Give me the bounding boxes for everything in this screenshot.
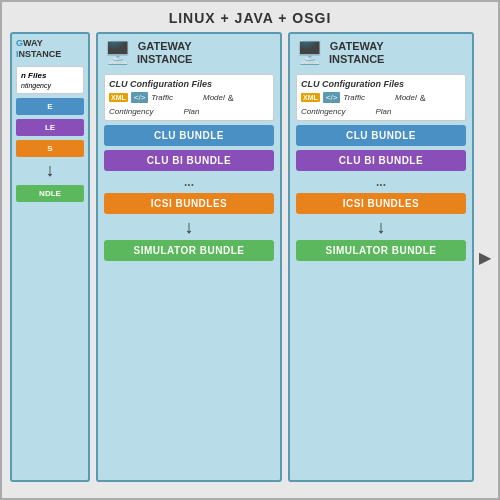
gw1-code-icon: </> — [131, 92, 149, 103]
partial-config-box: n Files ntingency — [16, 66, 84, 94]
gw2-config-title: CLU Configuration Files — [301, 79, 461, 89]
gw2-arrow: ↓ — [296, 218, 466, 236]
partial-le-bundle: LE — [16, 119, 84, 136]
gw1-ampersand: & — [228, 93, 234, 103]
gw1-config-title: CLU Configuration Files — [109, 79, 269, 89]
outer-container: LINUX + JAVA + OSGI GWAY INSTANCE n File… — [0, 0, 500, 500]
gw2-model-label: Model — [395, 93, 417, 102]
gateway-partial: GWAY INSTANCE n Files ntingency E LE S ↓… — [10, 32, 90, 482]
gw2-clu-bi-bundle: CLU BI BUNDLE — [296, 150, 466, 171]
partial-gateway-title: GWAY INSTANCE — [16, 38, 61, 60]
gw1-config-files-row: XML </> Traffic Model & Contingency Plan — [109, 92, 269, 116]
gw2-code-icon: </> — [323, 92, 341, 103]
gw1-clu-bundle: CLU BUNDLE — [104, 125, 274, 146]
linux-label: LINUX + JAVA + OSGI — [10, 10, 490, 26]
gw2-traffic-label: Traffic — [343, 93, 365, 102]
partial-arrow: ↓ — [16, 161, 84, 179]
partial-s-bundle: S — [16, 140, 84, 157]
gw2-computer-icon: 🖥️ — [296, 40, 323, 66]
gw1-dots: ... — [104, 175, 274, 189]
gw2-contingency-label: Contingency — [301, 107, 345, 116]
gw2-ampersand: & — [420, 93, 426, 103]
gw1-header: 🖥️ GATEWAY INSTANCE — [104, 40, 274, 66]
gw1-config-box: CLU Configuration Files XML </> Traffic … — [104, 74, 274, 121]
gw1-icsi-bundle: ICSI BUNDLES — [104, 193, 274, 214]
gw2-xml-icon: XML — [301, 93, 320, 102]
gw1-model-label: Model — [203, 93, 225, 102]
partial-e-bundle: E — [16, 98, 84, 115]
gw2-clu-bundle: CLU BUNDLE — [296, 125, 466, 146]
gw1-computer-icon: 🖥️ — [104, 40, 131, 66]
gw1-simulator-bundle: SIMULATOR BUNDLE — [104, 240, 274, 261]
gateway-instance-2: 🖥️ GATEWAY INSTANCE CLU Configuration Fi… — [288, 32, 474, 482]
gw1-xml-icon: XML — [109, 93, 128, 102]
partial-ndle-bundle: NDLE — [16, 185, 84, 202]
right-arrow-icon: ▶ — [479, 248, 491, 267]
gw2-icsi-bundle: ICSI BUNDLES — [296, 193, 466, 214]
gw2-simulator-bundle: SIMULATOR BUNDLE — [296, 240, 466, 261]
gw1-title: GATEWAY INSTANCE — [137, 40, 192, 66]
gw2-config-box: CLU Configuration Files XML </> Traffic … — [296, 74, 466, 121]
gw2-dots: ... — [296, 175, 466, 189]
gw2-title: GATEWAY INSTANCE — [329, 40, 384, 66]
gw1-arrow: ↓ — [104, 218, 274, 236]
gw2-header: 🖥️ GATEWAY INSTANCE — [296, 40, 466, 66]
right-edge: ▶ — [480, 32, 490, 482]
gw1-clu-bi-bundle: CLU BI BUNDLE — [104, 150, 274, 171]
gw1-contingency-label: Contingency — [109, 107, 153, 116]
gw2-plan-label: Plan — [375, 107, 391, 116]
gw2-config-files-row: XML </> Traffic Model & Contingency Plan — [301, 92, 461, 116]
gw1-traffic-label: Traffic — [151, 93, 173, 102]
gw1-plan-label: Plan — [183, 107, 199, 116]
gateway-instance-1: 🖥️ GATEWAY INSTANCE CLU Configuration Fi… — [96, 32, 282, 482]
